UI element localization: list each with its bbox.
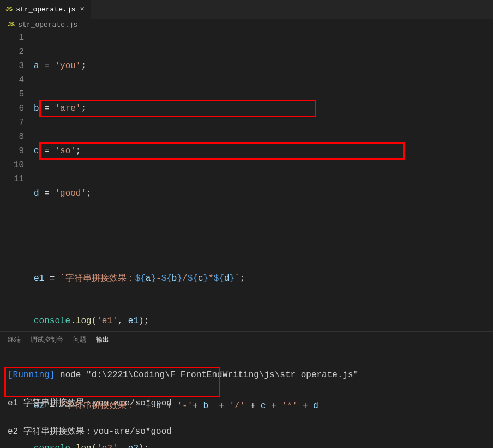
terminal-text: e2 字符串拼接效果：you-are/so*good: [8, 427, 172, 437]
token-op: =: [39, 61, 55, 71]
code-line: [34, 229, 493, 243]
token-op: =: [39, 146, 55, 156]
token-str: -: [156, 274, 161, 283]
terminal-tag: [Running]: [8, 370, 55, 380]
token-punc: ;: [86, 189, 92, 198]
token-var: c: [198, 274, 203, 283]
line-number: 7: [0, 116, 24, 130]
token-var: b: [34, 104, 39, 113]
code-line: b = 'are';: [34, 101, 493, 116]
code-editor[interactable]: 1 2 3 4 5 6 7 8 9 10 11 a = 'you'; b = '…: [0, 31, 493, 331]
token-interp: ${: [135, 274, 146, 283]
token-var: e1: [128, 316, 139, 326]
token-str: 'you': [55, 61, 81, 71]
token-str: `: [235, 274, 240, 283]
token-str: 'are': [55, 104, 81, 113]
line-number: 4: [0, 73, 24, 87]
line-number: 6: [0, 101, 24, 116]
token-var: e1: [34, 274, 44, 283]
breadcrumb-filename[interactable]: str_operate.js: [18, 21, 77, 29]
token-var: a: [146, 274, 151, 283]
line-number: 11: [0, 172, 24, 186]
line-number: 1: [0, 31, 24, 45]
token-op: =: [44, 274, 60, 283]
terminal-line: e2 字符串拼接效果：you-are/so*good: [8, 425, 485, 439]
token-interp: }: [203, 274, 209, 283]
token-var: a: [34, 61, 39, 71]
token-interp: ${: [188, 274, 198, 283]
token-punc: ;: [240, 274, 245, 283]
token-str: 'so': [55, 146, 75, 156]
token-punc: ,: [118, 316, 128, 326]
token-str: /: [182, 274, 188, 283]
token-punc: (: [92, 316, 97, 326]
terminal-line: e1 字符串拼接效果：you-are/so*good: [8, 396, 485, 410]
tab-bar: JS str_operate.js ×: [0, 0, 493, 19]
token-var: c: [34, 146, 39, 156]
line-number: 9: [0, 144, 24, 158]
token-interp: }: [151, 274, 156, 283]
line-number: 5: [0, 87, 24, 101]
code-area[interactable]: a = 'you'; b = 'are'; c = 'so'; d = 'goo…: [34, 31, 493, 331]
code-line: a = 'you';: [34, 59, 493, 73]
code-line: d = 'good';: [34, 186, 493, 201]
token-op: =: [39, 189, 55, 198]
breadcrumb: JS str_operate.js: [0, 19, 493, 31]
token-str: 'e1': [97, 316, 117, 326]
token-op: =: [39, 104, 55, 113]
line-gutter: 1 2 3 4 5 6 7 8 9 10 11: [0, 31, 34, 331]
line-number: 3: [0, 59, 24, 73]
terminal-output[interactable]: [Running] node "d:\2221\Coding\F_FrontEn…: [0, 348, 493, 448]
token-str: 'good': [55, 189, 86, 198]
token-interp: }: [177, 274, 182, 283]
close-icon[interactable]: ×: [79, 5, 85, 14]
token-punc: .: [70, 316, 76, 326]
line-number: 8: [0, 130, 24, 144]
js-icon: JS: [5, 6, 13, 13]
terminal-line: [Running] node "d:\2221\Coding\F_FrontEn…: [8, 368, 485, 382]
token-func: log: [76, 316, 92, 326]
token-punc: ;: [81, 61, 86, 71]
bottom-panel: 终端 调试控制台 问题 输出 [Running] node "d:\2221\C…: [0, 331, 493, 448]
js-icon: JS: [8, 21, 15, 28]
token-var: d: [224, 274, 230, 283]
token-interp: ${: [214, 274, 224, 283]
code-line: console.log('e1', e1);: [34, 314, 493, 328]
token-interp: ${: [161, 274, 172, 283]
token-interp: }: [230, 274, 235, 283]
terminal-text: node "d:\2221\Coding\F_FrontEndWriting\j…: [55, 370, 358, 380]
token-str: `字符串拼接效果：: [60, 274, 135, 283]
token-var: d: [34, 189, 39, 198]
editor-tab[interactable]: JS str_operate.js ×: [0, 0, 92, 19]
token-obj: console: [34, 316, 70, 326]
token-punc: );: [139, 316, 149, 326]
tab-filename: str_operate.js: [16, 5, 75, 14]
code-line: e1 = `字符串拼接效果：${a}-${b}/${c}*${d}`;: [34, 271, 493, 286]
line-number: 10: [0, 158, 24, 172]
token-str: *: [208, 274, 214, 283]
tab-terminal[interactable]: 终端: [8, 335, 21, 346]
token-punc: ;: [76, 146, 81, 156]
token-punc: ;: [81, 104, 86, 113]
line-number: 2: [0, 45, 24, 59]
code-line: c = 'so';: [34, 144, 493, 158]
terminal-text: e1 字符串拼接效果：you-are/so*good: [8, 398, 172, 408]
